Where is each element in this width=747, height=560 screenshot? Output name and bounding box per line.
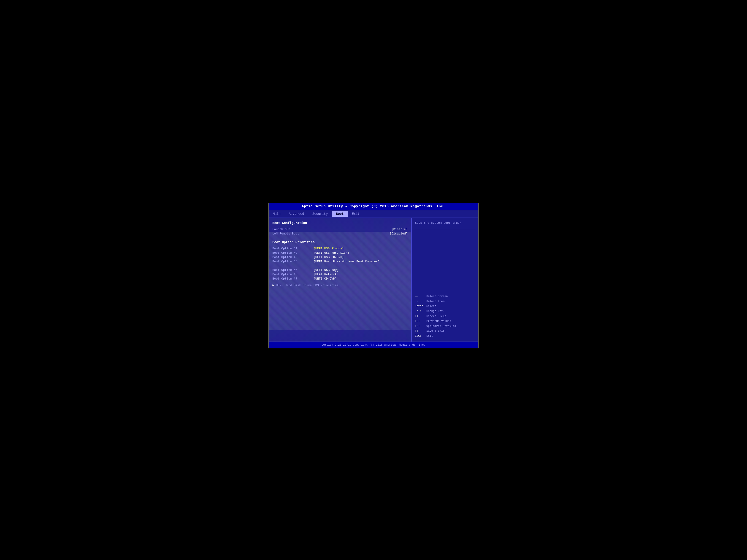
boot-option-2-row[interactable]: Boot Option #2 [UEFI USB Hard Disk] (272, 251, 408, 255)
boot-option-7-row[interactable]: Boot Option #7 [UEFI CD/DVD] (272, 277, 408, 281)
boot-option-7-label: Boot Option #7 (272, 277, 313, 281)
key-esc: ESC: (415, 334, 427, 339)
boot-option-6-label: Boot Option #6 (272, 273, 313, 276)
uefi-hdd-bbs-submenu[interactable]: ► UEFI Hard Disk Drive BBS Priorities (272, 284, 408, 287)
desc-f3: Optimized Defaults (427, 324, 456, 329)
shortcut-change-opt: +/-: Change Opt. (415, 309, 475, 314)
key-select-screen: ←→: (415, 294, 427, 299)
key-f4: F4: (415, 329, 427, 334)
lan-remote-boot-value: [Disabled] (390, 232, 408, 235)
bios-header: Aptio Setup Utility – Copyright (C) 2018… (269, 203, 478, 210)
content-area: Boot Configuration Launch CSM [Disable] … (269, 218, 478, 342)
key-select-item: ↑↓: (415, 299, 427, 304)
shortcut-select-screen: ←→: Select Screen (415, 294, 475, 299)
key-f1: F1: (415, 314, 427, 319)
key-f2: F2: (415, 319, 427, 324)
boot-option-1-value: [UEFI USB Floppy] (313, 247, 344, 250)
submenu-label: UEFI Hard Disk Drive BBS Priorities (276, 284, 338, 287)
launch-csm-value: [Disable] (392, 228, 408, 231)
boot-option-6-value: [UEFI Network] (313, 273, 338, 276)
boot-option-3-label: Boot Option #3 (272, 256, 313, 259)
launch-csm-label: Launch CSM (272, 228, 290, 231)
nav-main[interactable]: Main (269, 211, 285, 217)
nav-bar: Main Advanced Security Boot Exit (269, 210, 478, 218)
submenu-arrow-icon: ► (272, 284, 274, 287)
boot-option-5-value: [UEFI USB Key] (313, 268, 338, 272)
boot-option-4-row[interactable]: Boot Option #4 [UEFI Hard Disk:Windows B… (272, 260, 408, 263)
boot-option-4-value: [UEFI Hard Disk:Windows Boot Manager] (313, 260, 380, 263)
boot-priorities-title: Boot Option Priorities (272, 240, 408, 244)
desc-f4: Save & Exit (427, 329, 444, 334)
shortcut-f2: F2: Previous Values (415, 319, 475, 324)
key-f3: F3: (415, 324, 427, 329)
nav-boot[interactable]: Boot (332, 211, 348, 217)
nav-security[interactable]: Security (308, 211, 332, 217)
desc-select-item: Select Item (427, 299, 444, 304)
boot-option-2-value: [UEFI USB Hard Disk] (313, 251, 349, 255)
desc-enter: Select (427, 304, 436, 309)
desc-esc: Exit (427, 334, 433, 339)
bios-footer: Version 2.20.1271. Copyright (C) 2018 Am… (269, 342, 478, 348)
boot-option-1-row[interactable]: Boot Option #1 [UEFI USB Floppy] (272, 247, 408, 250)
shortcut-f3: F3: Optimized Defaults (415, 324, 475, 329)
boot-option-5-label: Boot Option #5 (272, 268, 313, 272)
key-change-opt: +/-: (415, 309, 427, 314)
main-panel: Boot Configuration Launch CSM [Disable] … (269, 218, 411, 342)
boot-option-6-row[interactable]: Boot Option #6 [UEFI Network] (272, 273, 408, 276)
shortcut-list: ←→: Select Screen ↑↓: Select Item Enter:… (415, 294, 475, 339)
boot-option-3-row[interactable]: Boot Option #3 [UEFI USB CD/DVD] (272, 256, 408, 259)
boot-option-5-row[interactable]: Boot Option #5 [UEFI USB Key] (272, 268, 408, 272)
right-panel: Sets the system boot order ←→: Select Sc… (411, 218, 478, 342)
launch-csm-row[interactable]: Launch CSM [Disable] (272, 228, 408, 231)
desc-select-screen: Select Screen (427, 294, 448, 299)
shortcut-f4: F4: Save & Exit (415, 329, 475, 334)
desc-change-opt: Change Opt. (427, 309, 444, 314)
boot-option-3-value: [UEFI USB CD/DVD] (313, 256, 344, 259)
shortcut-esc: ESC: Exit (415, 334, 475, 339)
shortcut-enter-select: Enter: Select (415, 304, 475, 309)
desc-f1: General Help (427, 314, 446, 319)
boot-option-4-label: Boot Option #4 (272, 260, 313, 263)
desc-f2: Previous Values (427, 319, 451, 324)
boot-option-2-label: Boot Option #2 (272, 251, 313, 255)
help-text: Sets the system boot order (415, 221, 475, 225)
boot-option-1-label: Boot Option #1 (272, 247, 313, 250)
key-enter: Enter: (415, 304, 427, 309)
boot-option-7-value: [UEFI CD/DVD] (313, 277, 337, 281)
shortcut-f1: F1: General Help (415, 314, 475, 319)
nav-exit[interactable]: Exit (348, 211, 364, 217)
shortcut-select-item: ↑↓: Select Item (415, 299, 475, 304)
lan-remote-boot-row[interactable]: LAN Remote Boot [Disabled] (272, 232, 408, 235)
lan-remote-boot-label: LAN Remote Boot (272, 232, 299, 235)
nav-advanced[interactable]: Advanced (285, 211, 308, 217)
section-title: Boot Configuration (272, 221, 408, 225)
help-divider (415, 229, 475, 229)
